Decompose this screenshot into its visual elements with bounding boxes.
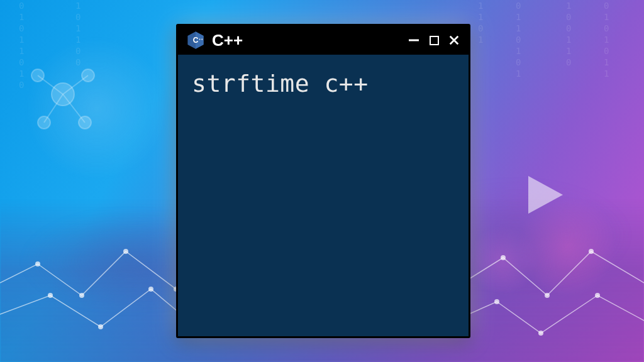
svg-point-18 (545, 293, 550, 298)
svg-point-15 (98, 324, 103, 329)
svg-point-19 (589, 249, 594, 254)
window-controls (407, 33, 461, 47)
svg-point-16 (148, 287, 153, 292)
svg-point-20 (494, 299, 499, 304)
terminal-body[interactable]: strftime c++ (178, 55, 469, 112)
svg-text:+: + (201, 38, 203, 41)
svg-point-21 (538, 331, 543, 336)
maximize-button[interactable] (427, 33, 441, 47)
minimize-button[interactable] (407, 33, 421, 47)
svg-point-12 (123, 249, 128, 254)
svg-point-14 (48, 293, 53, 298)
svg-point-10 (35, 261, 40, 266)
cpp-logo-icon: C + + (186, 30, 206, 50)
terminal-text: strftime c++ (192, 70, 369, 97)
svg-text:C: C (193, 36, 199, 45)
svg-point-17 (501, 255, 506, 260)
close-button[interactable] (447, 33, 461, 47)
window-title: C++ (212, 31, 407, 50)
svg-point-11 (79, 293, 84, 298)
svg-marker-9 (528, 176, 563, 214)
svg-text:+: + (199, 38, 201, 41)
terminal-window: C + + C++ strftime c++ (176, 24, 470, 338)
svg-point-22 (595, 293, 600, 298)
titlebar[interactable]: C + + C++ (178, 26, 469, 55)
